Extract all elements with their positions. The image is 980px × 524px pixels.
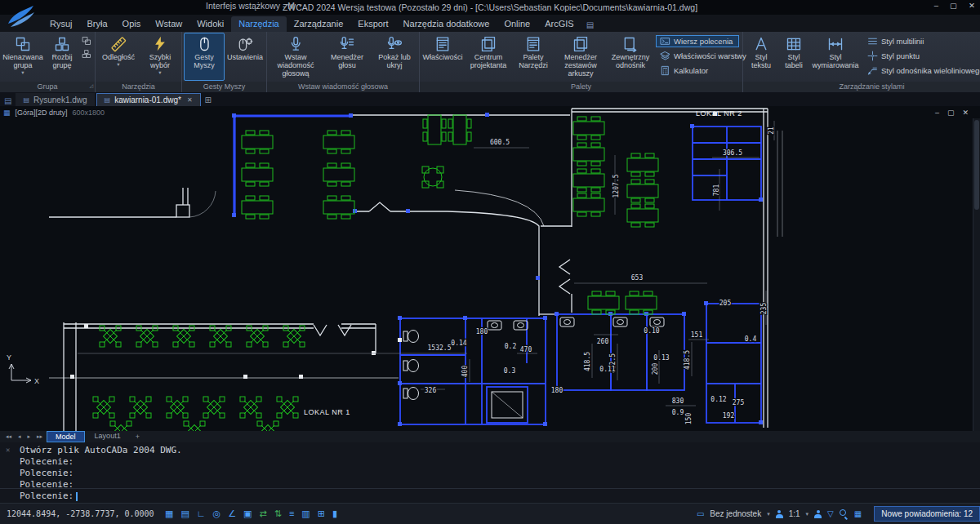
close-button[interactable]: ✕ xyxy=(969,1,975,10)
svg-text:0.11: 0.11 xyxy=(599,366,615,373)
drawing-list-icon[interactable]: ▤ xyxy=(4,96,11,105)
command-line-panel[interactable]: ✕ Otwórz plik AutoCADa 2004 DWG. Polecen… xyxy=(0,442,980,503)
transparency-toggle-icon[interactable]: ▥ xyxy=(301,508,310,519)
styl-tabeli-button[interactable]: Styl tabeli xyxy=(778,33,809,81)
dyn-input-toggle-icon[interactable]: ⇅ xyxy=(274,508,282,519)
gesty-myszy-button[interactable]: Gesty Myszy xyxy=(184,33,225,81)
new-tab-icon[interactable]: ⊞ xyxy=(205,95,212,104)
rozbij-grupe-button[interactable]: Rozbij grupę xyxy=(45,33,79,81)
doc-minimize-icon[interactable]: – xyxy=(935,109,939,117)
odleglosc-button[interactable]: Odległość ▾ xyxy=(97,33,140,81)
workspace-selector[interactable]: Interfejs wstążkowy - M ▾ xyxy=(206,1,302,11)
viewport-controls[interactable]: ▦ [Góra][2D druty] 600x1800 xyxy=(3,109,105,117)
prev-layout-icon[interactable]: ◂ xyxy=(16,433,24,440)
tab-online[interactable]: Online xyxy=(497,16,537,32)
grid-toggle-icon[interactable]: ▤ xyxy=(180,508,189,519)
zwcad-logo-icon[interactable] xyxy=(6,2,37,30)
drawing-canvas[interactable]: ▦ [Góra][2D druty] 600x1800 – ▢ ✕ xyxy=(0,106,980,431)
osnap-toggle-icon[interactable]: ◎ xyxy=(213,508,221,519)
selection-cycling-icon[interactable]: ⊞ xyxy=(318,508,325,519)
lineweight-toggle-icon[interactable]: ≡ xyxy=(289,508,294,519)
polar-toggle-icon[interactable]: ∠ xyxy=(228,508,236,519)
kalkulator-button[interactable]: Kalkulator xyxy=(656,64,739,77)
svg-text:1532.5: 1532.5 xyxy=(428,344,452,352)
text-style-icon xyxy=(753,36,769,52)
tab-bryla[interactable]: Bryła xyxy=(80,16,115,32)
ribbon-group-glos: Wstaw wiadomość głosową Menedżer głosu P… xyxy=(267,32,420,92)
nienazwana-grupa-button[interactable]: Nienazwana grupa ▾ xyxy=(2,33,44,81)
menedzer-zestawow-arkuszy-button[interactable]: Menedżer zestawów arkuszy xyxy=(555,33,607,81)
tab-model[interactable]: Model xyxy=(47,431,85,442)
scrollbar-thumb[interactable] xyxy=(974,120,979,210)
wstaw-wiadomosc-glosowa-button[interactable]: Wstaw wiadomość głosową xyxy=(269,33,323,81)
block-markers[interactable] xyxy=(70,112,717,379)
notification-badge[interactable]: Nowe powiadomienia: 12 xyxy=(874,506,980,522)
annotation-scale-selector[interactable]: 1:1 xyxy=(789,509,800,518)
floor-plan-drawing[interactable]: 600.5 1207.5 653 306.5 781 21 1532.5 326… xyxy=(0,106,980,431)
dialog-launcher-icon[interactable]: ◿ xyxy=(89,81,93,91)
wlasciwosci-warstwy-button[interactable]: Właściwości warstwy xyxy=(656,50,739,62)
pokaz-lub-ukryj-button[interactable]: Pokaż lub ukryj xyxy=(372,33,417,81)
doctab-rysunek1[interactable]: ▤ Rysunek1.dwg xyxy=(16,93,94,106)
annotation-user-icon[interactable] xyxy=(776,510,783,518)
styl-odnosnika-button[interactable]: Styl odnośnika wieloliniowego xyxy=(863,64,980,77)
selection-grips[interactable] xyxy=(232,113,763,426)
tab-narzedzia[interactable]: Narzędzia xyxy=(231,16,287,32)
command-history-close-icon[interactable]: ✕ xyxy=(6,446,10,454)
doc-restore-icon[interactable]: ▢ xyxy=(947,109,955,117)
ustawienia-button[interactable]: Ustawienia xyxy=(225,33,265,81)
viewport-label[interactable]: [Góra][2D druty] xyxy=(16,109,68,117)
szybki-wybor-button[interactable]: Szybki wybór ▾ xyxy=(140,33,180,81)
tab-wstaw[interactable]: Wstaw xyxy=(148,16,189,32)
doctab-kawiarnia[interactable]: ▤ kawiarnia-01.dwg* ✕ xyxy=(96,93,201,106)
window-title: ZWCAD 2024 Wersja testowa (Pozostało 29 … xyxy=(0,2,980,12)
close-tab-icon[interactable]: ✕ xyxy=(187,96,193,104)
ortho-toggle-icon[interactable]: ∟ xyxy=(197,508,206,519)
otrack-toggle-icon[interactable]: ▣ xyxy=(243,508,252,519)
filter-icon[interactable]: ▽ xyxy=(827,509,834,518)
walls[interactable] xyxy=(49,109,782,431)
ribbon-collapse-icon[interactable]: ▤ xyxy=(586,20,594,29)
wiersz-polecenia-toggle[interactable]: Wiersz polecenia xyxy=(656,35,739,47)
bathroom-fixtures[interactable] xyxy=(403,318,664,418)
layers-icon xyxy=(660,51,670,61)
vertical-scrollbar[interactable] xyxy=(973,118,980,431)
last-layout-icon[interactable]: ▸▸ xyxy=(34,433,45,440)
tab-eksport[interactable]: Eksport xyxy=(350,16,395,32)
tab-zarzadzanie[interactable]: Zarządzanie xyxy=(287,16,351,32)
first-layout-icon[interactable]: ◂◂ xyxy=(3,433,14,440)
doc-close-icon[interactable]: ✕ xyxy=(962,109,969,117)
tab-opis[interactable]: Opis xyxy=(115,16,149,32)
units-selector[interactable]: Bez jednostek xyxy=(710,509,761,518)
isolate-objects-icon[interactable]: ▦ xyxy=(854,509,862,518)
add-layout-button[interactable]: + xyxy=(131,433,145,441)
styl-punktu-button[interactable]: Styl punktu xyxy=(863,50,980,62)
tab-widoki[interactable]: Widoki xyxy=(189,16,231,32)
menedzer-glosu-button[interactable]: Menedżer głosu xyxy=(323,33,371,81)
centrum-projektanta-button[interactable]: Centrum projektanta xyxy=(465,33,512,81)
tab-narzedzia-dodatkowe[interactable]: Narzędzia dodatkowe xyxy=(396,16,497,32)
workspace-toggle-icon[interactable]: ▮ xyxy=(332,508,337,519)
next-layout-icon[interactable]: ▸ xyxy=(25,433,33,440)
tab-layout1[interactable]: Layout1 xyxy=(87,431,129,442)
tab-arcgis[interactable]: ArcGIS xyxy=(537,16,581,32)
monitor-icon[interactable]: ▭ xyxy=(697,509,704,518)
minimize-button[interactable]: – xyxy=(934,1,938,10)
status-bar: 12044.8494, -2738.7737, 0.0000 ▦ ▤ ∟ ◎ ∠… xyxy=(0,503,980,524)
palety-narzedzi-button[interactable]: Palety Narzędzi xyxy=(513,33,554,81)
zoom-icon[interactable] xyxy=(840,509,849,518)
styl-tekstu-button[interactable]: Styl tekstu xyxy=(745,33,777,81)
tab-rysuj[interactable]: Rysuj xyxy=(42,16,80,32)
group-manager-icon[interactable] xyxy=(82,49,91,59)
dyn-ucs-toggle-icon[interactable]: ⇄ xyxy=(259,508,266,519)
styl-multilinii-button[interactable]: Styl multilinii xyxy=(863,35,980,47)
snap-toggle-icon[interactable]: ▦ xyxy=(165,508,173,519)
group-edit-icon[interactable] xyxy=(82,36,91,46)
styl-wymiarowania-button[interactable]: Styl wymiarowania xyxy=(810,33,861,81)
wlasciwosci-button[interactable]: Właściwości xyxy=(421,33,464,81)
annotation-visibility-icon[interactable] xyxy=(814,510,822,518)
maximize-button[interactable]: ▢ xyxy=(950,1,957,10)
furniture[interactable] xyxy=(93,115,658,431)
command-input[interactable]: Polecenie: xyxy=(0,488,980,503)
zewnetrzny-odnosnik-button[interactable]: Zewnętrzny odnośnik xyxy=(608,33,653,81)
